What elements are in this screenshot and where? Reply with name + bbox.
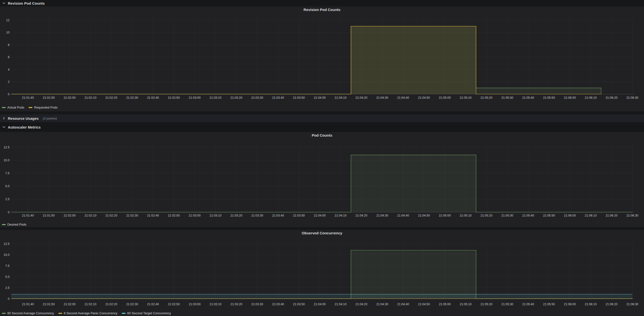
x-tick-label: 21:05:30 — [502, 303, 514, 306]
x-tick-label: 21:06:20 — [606, 96, 618, 99]
x-tick-label: 21:03:30 — [251, 303, 263, 306]
chart-canvas[interactable]: 21:01:4021:01:5021:02:0021:02:1021:02:20… — [0, 138, 644, 227]
x-tick-label: 21:05:30 — [502, 96, 514, 99]
x-tick-label: 21:01:40 — [22, 214, 34, 217]
chart-canvas[interactable]: 21:01:4021:01:5021:02:0021:02:1021:02:20… — [0, 13, 644, 111]
chart-legend: 60 Second Average Concurrency6 Second Av… — [2, 311, 171, 315]
chevron-right-icon — [2, 117, 6, 120]
x-tick-label: 21:04:10 — [334, 214, 346, 217]
row-header-resource-usages[interactable]: Resource Usages (2 panels) — [0, 114, 644, 122]
legend-item[interactable]: Actual Pods — [2, 106, 24, 109]
x-tick-label: 21:03:50 — [293, 303, 305, 306]
legend-item[interactable]: 60 Second Average Concurrency — [2, 311, 54, 315]
x-tick-label: 21:06:10 — [585, 96, 597, 99]
legend-item[interactable]: 6 Second Average Panic Concurrency — [58, 311, 118, 315]
x-tick-label: 21:05:00 — [439, 96, 451, 99]
x-tick-label: 21:04:50 — [418, 303, 430, 306]
x-tick-label: 21:04:20 — [356, 214, 367, 217]
series-line — [11, 26, 601, 94]
panel-title[interactable]: Pod Counts — [312, 133, 332, 137]
chart-canvas[interactable]: 21:01:4021:01:5021:02:0021:02:1021:02:20… — [0, 236, 644, 316]
y-tick-label: 5.0 — [6, 275, 10, 279]
series-color-swatch — [2, 224, 6, 225]
x-tick-label: 21:02:10 — [84, 303, 96, 306]
y-tick-label: 5.0 — [6, 185, 10, 188]
x-tick-label: 21:05:50 — [543, 303, 555, 306]
x-tick-label: 21:03:30 — [251, 214, 263, 217]
x-tick-label: 21:03:50 — [293, 96, 305, 99]
x-tick-label: 21:03:50 — [293, 214, 305, 217]
panel-header: Observed Concurrency — [0, 230, 644, 236]
x-tick-label: 21:04:40 — [397, 303, 409, 306]
x-tick-label: 21:02:00 — [64, 214, 76, 217]
y-tick-label: 2.5 — [6, 286, 10, 290]
x-tick-label: 21:02:40 — [147, 96, 159, 99]
x-tick-label: 21:03:00 — [189, 214, 201, 217]
x-tick-label: 21:04:20 — [356, 303, 367, 306]
x-tick-label: 21:02:50 — [168, 96, 180, 99]
x-tick-label: 21:04:00 — [314, 96, 326, 99]
x-tick-label: 21:06:10 — [585, 303, 597, 306]
x-tick-label: 21:03:40 — [272, 96, 284, 99]
chart-legend: Desired Pods — [2, 223, 26, 226]
row-title: Revision Pod Counts — [8, 1, 45, 5]
x-tick-label: 21:02:40 — [147, 303, 159, 306]
x-tick-label: 21:03:10 — [210, 214, 222, 217]
dashboard: Revision Pod Counts Revision Pod Counts … — [0, 0, 644, 316]
x-tick-label: 21:06:30 — [626, 96, 638, 99]
y-tick-label: 8 — [8, 43, 10, 47]
y-tick-label: 12.5 — [4, 146, 10, 149]
panel-title[interactable]: Observed Concurrency — [302, 231, 342, 235]
x-tick-label: 21:01:50 — [43, 214, 55, 217]
series-line — [11, 26, 601, 94]
x-tick-label: 21:03:20 — [230, 303, 242, 306]
series-name: 60 Second Average Concurrency — [7, 311, 54, 315]
x-tick-label: 21:05:00 — [439, 303, 451, 306]
chart-pod-counts[interactable]: 21:01:4021:01:5021:02:0021:02:1021:02:20… — [0, 138, 644, 228]
row-title: Resource Usages — [8, 116, 39, 120]
series-name: Actual Pods — [7, 106, 24, 109]
x-tick-label: 21:01:50 — [43, 96, 55, 99]
x-tick-label: 21:02:10 — [84, 96, 96, 99]
chart-revision-pod-counts[interactable]: 21:01:4021:01:5021:02:0021:02:1021:02:20… — [0, 13, 644, 112]
x-tick-label: 21:05:10 — [460, 214, 472, 217]
x-tick-label: 21:04:50 — [418, 214, 430, 217]
x-tick-label: 21:05:50 — [543, 214, 555, 217]
x-tick-label: 21:03:20 — [230, 214, 242, 217]
row-header-autoscaler-metrics[interactable]: Autoscaler Metrics — [0, 123, 644, 131]
chart-observed-concurrency[interactable]: 21:01:4021:01:5021:02:0021:02:1021:02:20… — [0, 236, 644, 316]
x-tick-label: 21:05:20 — [480, 303, 492, 306]
row-header-revision-pod-counts[interactable]: Revision Pod Counts — [0, 0, 644, 6]
legend-item[interactable]: Requested Pods — [28, 106, 58, 109]
x-tick-label: 21:04:10 — [334, 96, 346, 99]
x-tick-label: 21:06:20 — [606, 214, 618, 217]
y-tick-label: 0 — [8, 93, 10, 96]
series-fill — [11, 294, 632, 299]
x-tick-label: 21:02:20 — [106, 214, 118, 217]
panel-pod-counts: Pod Counts 21:01:4021:01:5021:02:0021:02… — [0, 132, 644, 227]
x-tick-label: 21:04:40 — [397, 96, 409, 99]
panel-title[interactable]: Revision Pod Counts — [304, 7, 340, 12]
series-line — [11, 155, 632, 212]
x-tick-label: 21:03:40 — [272, 303, 284, 306]
panel-revision-pod-counts: Revision Pod Counts 21:01:4021:01:5021:0… — [0, 6, 644, 111]
series-fill — [11, 26, 601, 94]
y-tick-label: 4 — [8, 68, 10, 71]
x-tick-label: 21:06:30 — [626, 214, 638, 217]
x-tick-label: 21:06:20 — [606, 303, 618, 306]
series-name: 60 Second Target Concurrency — [127, 311, 171, 315]
legend-item[interactable]: Desired Pods — [2, 223, 26, 226]
x-tick-label: 21:02:50 — [168, 214, 180, 217]
panel-header: Pod Counts — [0, 132, 644, 138]
x-tick-label: 21:06:30 — [626, 303, 638, 306]
x-tick-label: 21:05:20 — [480, 214, 492, 217]
x-tick-label: 21:06:00 — [564, 96, 576, 99]
x-tick-label: 21:04:10 — [334, 303, 346, 306]
x-tick-label: 21:06:00 — [564, 214, 576, 217]
legend-item[interactable]: 60 Second Target Concurrency — [122, 311, 171, 315]
x-tick-label: 21:02:20 — [106, 303, 118, 306]
x-tick-label: 21:02:30 — [126, 96, 138, 99]
series-line — [11, 250, 632, 299]
y-tick-label: 10 — [6, 31, 10, 34]
x-tick-label: 21:01:40 — [22, 303, 34, 306]
